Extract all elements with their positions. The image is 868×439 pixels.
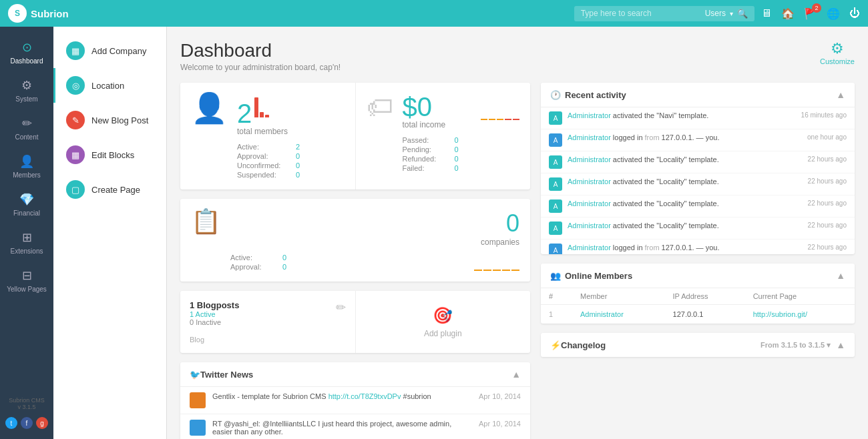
twitter-collapse-btn[interactable]: ▲	[511, 369, 521, 380]
users-dropdown-icon[interactable]: ▾	[730, 10, 733, 17]
twitter-social-icon[interactable]: t	[5, 417, 17, 429]
income-stat-icon: 🏷	[367, 93, 393, 120]
blog-plugin-active: 1 Active	[190, 310, 346, 318]
changelog-version[interactable]: From 3.1.5 to 3.1.5 ▾	[761, 341, 831, 350]
activity-item-3: A Administrator activated the "Locality"…	[541, 173, 855, 195]
search-input[interactable]	[581, 9, 701, 18]
twitter-avatar-0	[190, 392, 206, 408]
customize-label: Customize	[820, 57, 855, 65]
dashboard-left: 👤 2	[180, 83, 530, 439]
logo-text: Subrion	[31, 8, 69, 19]
twitter-card: 🐦 Twitter News ▲ Gentlix - template for …	[180, 362, 530, 439]
lightning-icon: ⚡	[550, 340, 561, 350]
activity-link-4[interactable]: Administrator	[568, 199, 611, 207]
activity-avatar-1: A	[549, 133, 562, 147]
companies-card: 📋 0 companies Active:0 Approval:0	[180, 199, 530, 282]
members-label: total members	[237, 127, 345, 136]
sidebar-item-dashboard[interactable]: ⊙ Dashboard	[0, 33, 53, 71]
activity-link-6[interactable]: Administrator	[568, 244, 611, 252]
page-header: Dashboard Welcome to your administration…	[180, 40, 855, 72]
dashboard-grid: 👤 2	[180, 83, 855, 439]
activity-link-2[interactable]: Administrator	[568, 155, 611, 163]
sidebar-label-extensions: Extensions	[11, 248, 43, 255]
sidebar-item-yellow-pages[interactable]: ⊟ Yellow Pages	[0, 262, 53, 300]
dropdown-create-page[interactable]: ▢ Create Page	[53, 172, 166, 207]
recent-activity-header: 🕐 Recent activity ▲	[541, 83, 855, 107]
activity-time-3: 22 hours ago	[808, 177, 847, 185]
add-location-icon: ◎	[66, 76, 85, 95]
customize-icon: ⚙	[831, 40, 844, 57]
activity-text-2: Administrator activated the "Locality" t…	[568, 155, 803, 163]
companies-row: Active:0 Approval:0	[230, 254, 519, 271]
blog-plugin-footer: Blog	[190, 336, 346, 344]
online-members-card: 👥 Online Members ▲ # Member IP Address C…	[541, 264, 855, 324]
stats-row: 👤 2	[180, 83, 530, 189]
companies-count: 0	[230, 209, 519, 238]
sidebar-item-content[interactable]: ✏ Content	[0, 109, 53, 147]
income-stats: 🏷 $0 total income Passed:0 Pending:0 Ref…	[356, 83, 531, 189]
activity-item-0: A Administrator activated the "Navi" tem…	[541, 107, 855, 129]
dropdown-add-company[interactable]: ▦ Add Company	[53, 33, 166, 68]
activity-link-0[interactable]: Administrator	[568, 111, 611, 119]
activity-link-3[interactable]: Administrator	[568, 177, 611, 185]
recent-activity-list: A Administrator activated the "Navi" tem…	[541, 107, 855, 254]
online-members-collapse[interactable]: ▲	[836, 270, 845, 281]
customize-button[interactable]: ⚙ Customize	[820, 40, 855, 65]
online-members-header-row: # Member IP Address Current Page	[541, 288, 855, 305]
companies-label: companies	[230, 238, 519, 247]
online-members-thead: # Member IP Address Current Page	[541, 288, 855, 305]
activity-time-4: 22 hours ago	[808, 199, 847, 207]
activity-time-0: 16 minutes ago	[801, 111, 847, 119]
member-page-link-0[interactable]: http://subrion.git/	[753, 310, 807, 318]
member-link-0[interactable]: Administrator	[580, 310, 624, 318]
income-amount: $0	[403, 93, 433, 120]
power-icon[interactable]: ⏻	[849, 7, 860, 19]
col-member: Member	[572, 288, 665, 305]
dropdown-add-location[interactable]: ◎ Location	[53, 68, 166, 103]
add-plugin-icon: 🎯	[433, 306, 453, 325]
add-location-label: Location	[91, 81, 124, 91]
sidebar-item-members[interactable]: 👤 Members	[0, 147, 53, 185]
recent-activity-collapse[interactable]: ▲	[836, 89, 845, 100]
add-plugin-card[interactable]: 🎯 Add plugin	[356, 291, 531, 353]
activity-time-6: 22 hours ago	[808, 244, 847, 251]
monitor-icon[interactable]: 🖥	[761, 7, 772, 19]
sidebar-label-members: Members	[13, 171, 41, 179]
flag-icon[interactable]: 🚩 2	[804, 7, 817, 20]
activity-item-4: A Administrator activated the "Locality"…	[541, 195, 855, 217]
twitter-text-0: Gentlix - template for Subrion CMS http:…	[212, 392, 472, 408]
activity-text-4: Administrator activated the "Locality" t…	[568, 199, 803, 207]
twitter-header: 🐦 Twitter News ▲	[180, 362, 530, 387]
online-member-row-0: 1 Administrator 127.0.0.1 http://subrion…	[541, 305, 855, 324]
sidebar-item-system[interactable]: ⚙ System	[0, 71, 53, 109]
sidebar-item-extensions[interactable]: ⊞ Extensions	[0, 224, 53, 262]
stats-card: 👤 2	[180, 83, 530, 189]
companies-content: 📋 0 companies Active:0 Approval:0	[180, 199, 530, 282]
dropdown-edit-blocks[interactable]: ▦ Edit Blocks	[53, 137, 166, 172]
activity-text-1: Administrator logged in from 127.0.0.1. …	[568, 133, 802, 141]
extensions-icon: ⊞	[22, 230, 32, 245]
home-icon[interactable]: 🏠	[781, 7, 795, 20]
gplus-social-icon[interactable]: g	[36, 417, 48, 429]
online-members-title: 👥 Online Members	[550, 271, 632, 281]
twitter-date-0: Apr 10, 2014	[479, 392, 521, 408]
companies-details: 0 companies Active:0 Approval:0	[230, 209, 519, 271]
users-label: Users	[705, 9, 726, 18]
income-sparkline	[481, 96, 519, 120]
search-icon[interactable]: 🔍	[737, 9, 748, 19]
activity-item-6: A Administrator logged in from 127.0.0.1…	[541, 240, 855, 254]
globe-icon[interactable]: 🌐	[827, 7, 840, 20]
users-icon: 👥	[550, 271, 561, 281]
sidebar-item-financial[interactable]: 💎 Financial	[0, 185, 53, 224]
changelog-collapse[interactable]: ▲	[836, 340, 845, 350]
income-details: Passed:0 Pending:0 Refunded:0 Failed:0	[403, 136, 472, 172]
activity-link-5[interactable]: Administrator	[568, 222, 611, 230]
add-plugin-content: 🎯 Add plugin	[424, 306, 462, 338]
activity-link-1[interactable]: Administrator	[568, 133, 611, 141]
facebook-social-icon[interactable]: f	[21, 417, 33, 429]
sidebar: ⊙ Dashboard ⚙ System ✏ Content 👤 Members…	[0, 27, 53, 439]
dropdown-new-blog-post[interactable]: ✎ New Blog Post	[53, 103, 166, 137]
twitter-icon: 🐦	[190, 370, 200, 380]
twitter-date-1: Apr 10, 2014	[479, 420, 521, 436]
twitter-link-0[interactable]: http://t.co/T8Z9txvDPv	[329, 392, 401, 400]
